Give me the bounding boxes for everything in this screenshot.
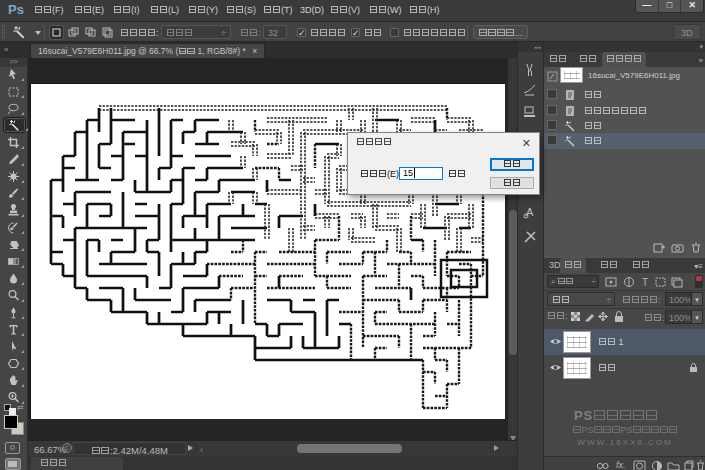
svg-text:T: T bbox=[642, 277, 648, 288]
svg-text:A: A bbox=[526, 206, 534, 218]
